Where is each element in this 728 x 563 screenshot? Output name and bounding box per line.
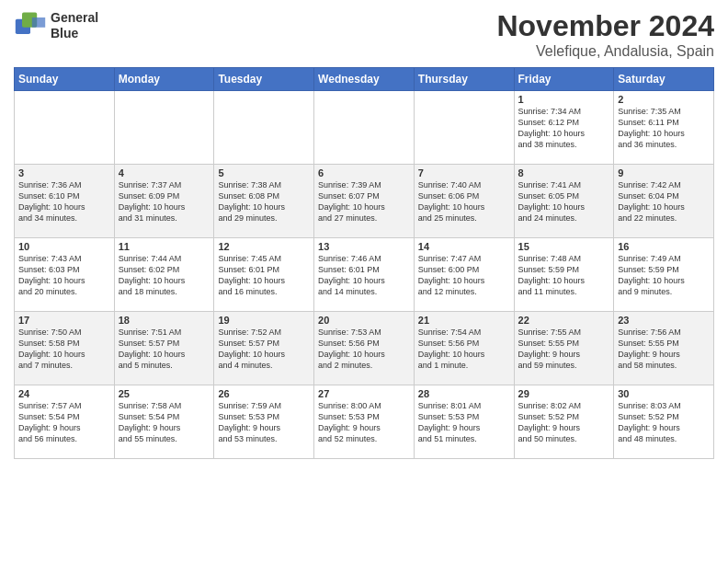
calendar-week-0: 1Sunrise: 7:34 AM Sunset: 6:12 PM Daylig… (15, 91, 714, 165)
calendar-title: November 2024 (496, 9, 714, 43)
day-info: Sunrise: 7:50 AM Sunset: 5:58 PM Dayligh… (18, 327, 110, 372)
day-info: Sunrise: 8:03 AM Sunset: 5:52 PM Dayligh… (618, 400, 710, 445)
table-row: 5Sunrise: 7:38 AM Sunset: 6:08 PM Daylig… (214, 165, 314, 238)
day-info: Sunrise: 7:55 AM Sunset: 5:55 PM Dayligh… (518, 327, 610, 372)
day-number: 21 (418, 315, 510, 326)
table-row: 24Sunrise: 7:57 AM Sunset: 5:54 PM Dayli… (15, 385, 115, 459)
table-row: 23Sunrise: 7:56 AM Sunset: 5:55 PM Dayli… (614, 312, 714, 385)
day-number: 30 (618, 388, 710, 399)
day-info: Sunrise: 7:38 AM Sunset: 6:08 PM Dayligh… (218, 179, 310, 224)
col-sunday: Sunday (15, 68, 115, 91)
col-thursday: Thursday (414, 68, 514, 91)
day-info: Sunrise: 7:45 AM Sunset: 6:01 PM Dayligh… (218, 253, 310, 298)
day-info: Sunrise: 7:57 AM Sunset: 5:54 PM Dayligh… (18, 400, 110, 445)
logo-text: General Blue (51, 10, 98, 41)
col-monday: Monday (114, 68, 214, 91)
day-info: Sunrise: 7:39 AM Sunset: 6:07 PM Dayligh… (318, 179, 410, 224)
calendar-table: Sunday Monday Tuesday Wednesday Thursday… (14, 67, 714, 459)
day-number: 3 (18, 167, 110, 178)
day-info: Sunrise: 7:56 AM Sunset: 5:55 PM Dayligh… (618, 327, 710, 372)
col-friday: Friday (514, 68, 614, 91)
calendar-week-4: 24Sunrise: 7:57 AM Sunset: 5:54 PM Dayli… (15, 385, 714, 459)
day-info: Sunrise: 7:52 AM Sunset: 5:57 PM Dayligh… (218, 327, 310, 372)
table-row (214, 91, 314, 165)
day-number: 7 (418, 167, 510, 178)
day-info: Sunrise: 7:42 AM Sunset: 6:04 PM Dayligh… (618, 179, 710, 224)
table-row: 17Sunrise: 7:50 AM Sunset: 5:58 PM Dayli… (15, 312, 115, 385)
day-info: Sunrise: 7:49 AM Sunset: 5:59 PM Dayligh… (618, 253, 710, 298)
day-number: 8 (518, 167, 610, 178)
header: General Blue November 2024 Velefique, An… (14, 9, 714, 60)
table-row: 19Sunrise: 7:52 AM Sunset: 5:57 PM Dayli… (214, 312, 314, 385)
day-info: Sunrise: 8:01 AM Sunset: 5:53 PM Dayligh… (418, 400, 510, 445)
day-info: Sunrise: 7:37 AM Sunset: 6:09 PM Dayligh… (119, 179, 210, 224)
day-info: Sunrise: 7:35 AM Sunset: 6:11 PM Dayligh… (618, 106, 710, 151)
table-row: 21Sunrise: 7:54 AM Sunset: 5:56 PM Dayli… (414, 312, 514, 385)
calendar-week-2: 10Sunrise: 7:43 AM Sunset: 6:03 PM Dayli… (15, 238, 714, 312)
day-number: 4 (119, 167, 210, 178)
day-info: Sunrise: 8:02 AM Sunset: 5:52 PM Dayligh… (518, 400, 610, 445)
day-number: 12 (218, 241, 310, 252)
day-number: 14 (418, 241, 510, 252)
day-number: 6 (318, 167, 410, 178)
day-info: Sunrise: 7:54 AM Sunset: 5:56 PM Dayligh… (418, 327, 510, 372)
day-number: 22 (518, 315, 610, 326)
day-number: 19 (218, 315, 310, 326)
day-info: Sunrise: 7:43 AM Sunset: 6:03 PM Dayligh… (18, 253, 110, 298)
day-number: 29 (518, 388, 610, 399)
table-row: 29Sunrise: 8:02 AM Sunset: 5:52 PM Dayli… (514, 385, 614, 459)
table-row: 1Sunrise: 7:34 AM Sunset: 6:12 PM Daylig… (514, 91, 614, 165)
svg-marker-2 (32, 17, 45, 28)
calendar-header-row: Sunday Monday Tuesday Wednesday Thursday… (15, 68, 714, 91)
day-info: Sunrise: 7:47 AM Sunset: 6:00 PM Dayligh… (418, 253, 510, 298)
table-row: 13Sunrise: 7:46 AM Sunset: 6:01 PM Dayli… (314, 238, 415, 312)
day-info: Sunrise: 7:59 AM Sunset: 5:53 PM Dayligh… (218, 400, 310, 445)
day-number: 27 (318, 388, 410, 399)
table-row: 26Sunrise: 7:59 AM Sunset: 5:53 PM Dayli… (214, 385, 314, 459)
day-info: Sunrise: 7:40 AM Sunset: 6:06 PM Dayligh… (418, 179, 510, 224)
day-number: 9 (618, 167, 710, 178)
table-row: 25Sunrise: 7:58 AM Sunset: 5:54 PM Dayli… (114, 385, 214, 459)
day-info: Sunrise: 8:00 AM Sunset: 5:53 PM Dayligh… (318, 400, 410, 445)
logo: General Blue (14, 9, 98, 42)
table-row: 7Sunrise: 7:40 AM Sunset: 6:06 PM Daylig… (414, 165, 514, 238)
day-number: 13 (318, 241, 410, 252)
day-number: 26 (218, 388, 310, 399)
col-saturday: Saturday (614, 68, 714, 91)
table-row: 16Sunrise: 7:49 AM Sunset: 5:59 PM Dayli… (614, 238, 714, 312)
table-row: 10Sunrise: 7:43 AM Sunset: 6:03 PM Dayli… (15, 238, 115, 312)
day-info: Sunrise: 7:58 AM Sunset: 5:54 PM Dayligh… (119, 400, 210, 445)
day-number: 20 (318, 315, 410, 326)
day-info: Sunrise: 7:36 AM Sunset: 6:10 PM Dayligh… (18, 179, 110, 224)
day-info: Sunrise: 7:48 AM Sunset: 5:59 PM Dayligh… (518, 253, 610, 298)
day-info: Sunrise: 7:41 AM Sunset: 6:05 PM Dayligh… (518, 179, 610, 224)
day-info: Sunrise: 7:53 AM Sunset: 5:56 PM Dayligh… (318, 327, 410, 372)
day-number: 1 (518, 94, 610, 105)
logo-line2: Blue (51, 26, 98, 41)
page: General Blue November 2024 Velefique, An… (0, 0, 728, 563)
day-number: 10 (18, 241, 110, 252)
day-info: Sunrise: 7:51 AM Sunset: 5:57 PM Dayligh… (119, 327, 210, 372)
table-row: 4Sunrise: 7:37 AM Sunset: 6:09 PM Daylig… (114, 165, 214, 238)
table-row: 28Sunrise: 8:01 AM Sunset: 5:53 PM Dayli… (414, 385, 514, 459)
table-row: 20Sunrise: 7:53 AM Sunset: 5:56 PM Dayli… (314, 312, 415, 385)
table-row: 18Sunrise: 7:51 AM Sunset: 5:57 PM Dayli… (114, 312, 214, 385)
title-block: November 2024 Velefique, Andalusia, Spai… (496, 9, 714, 60)
col-wednesday: Wednesday (314, 68, 415, 91)
table-row: 12Sunrise: 7:45 AM Sunset: 6:01 PM Dayli… (214, 238, 314, 312)
table-row: 9Sunrise: 7:42 AM Sunset: 6:04 PM Daylig… (614, 165, 714, 238)
table-row: 15Sunrise: 7:48 AM Sunset: 5:59 PM Dayli… (514, 238, 614, 312)
day-number: 18 (119, 315, 210, 326)
day-info: Sunrise: 7:44 AM Sunset: 6:02 PM Dayligh… (119, 253, 210, 298)
table-row: 6Sunrise: 7:39 AM Sunset: 6:07 PM Daylig… (314, 165, 415, 238)
day-number: 11 (119, 241, 210, 252)
day-number: 28 (418, 388, 510, 399)
day-number: 5 (218, 167, 310, 178)
logo-line1: General (51, 10, 98, 26)
table-row: 22Sunrise: 7:55 AM Sunset: 5:55 PM Dayli… (514, 312, 614, 385)
day-info: Sunrise: 7:34 AM Sunset: 6:12 PM Dayligh… (518, 106, 610, 151)
table-row: 27Sunrise: 8:00 AM Sunset: 5:53 PM Dayli… (314, 385, 415, 459)
table-row (314, 91, 415, 165)
day-number: 16 (618, 241, 710, 252)
logo-icon (14, 9, 47, 42)
